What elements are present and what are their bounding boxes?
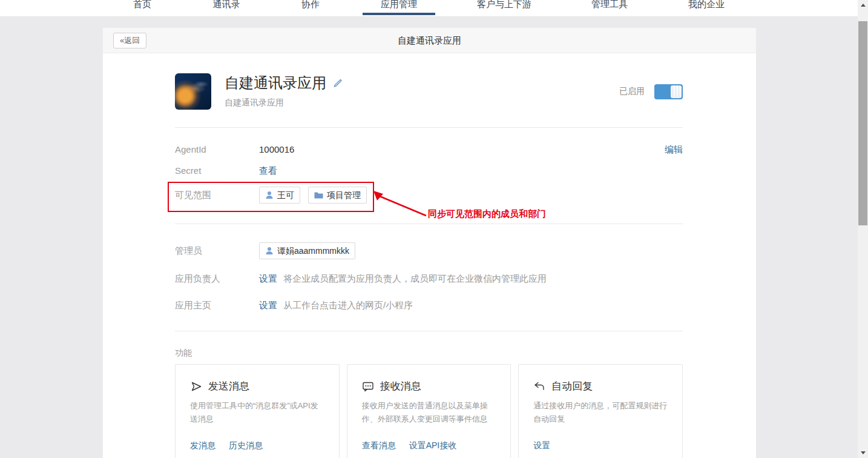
- app-enabled-toggle[interactable]: [654, 84, 683, 99]
- app-detail-panel: «返回 自建通讯录应用 自建通讯录应用 自建通讯录应用 已启用: [103, 28, 756, 458]
- agentid-value: 1000016: [259, 144, 294, 156]
- app-summary-row: 自建通讯录应用 自建通讯录应用 已启用: [175, 73, 683, 110]
- app-description: 自建通讯录应用: [225, 98, 343, 108]
- app-home-desc: 从工作台点击进入的网页/小程序: [283, 299, 413, 311]
- app-owner-row: 应用负责人 设置 将企业成员配置为应用负责人，成员即可在企业微信内管理此应用: [175, 273, 683, 285]
- app-owner-label: 应用负责人: [175, 273, 259, 285]
- feature-desc: 使用管理工具中的“消息群发”或API发送消息: [190, 399, 324, 426]
- view-messages-link[interactable]: 查看消息: [362, 440, 396, 451]
- agentid-label: AgentId: [175, 144, 259, 156]
- panel-header: «返回 自建通讯录应用: [103, 28, 756, 53]
- user-icon: [265, 191, 274, 199]
- app-owner-desc: 将企业成员配置为应用负责人，成员即可在企业微信内管理此应用: [283, 273, 547, 285]
- user-icon: [265, 247, 274, 255]
- feature-desc: 通过接收用户的消息，可配置规则进行自动回复: [533, 399, 668, 426]
- secret-view-link[interactable]: 查看: [259, 165, 277, 177]
- app-titles: 自建通讯录应用 自建通讯录应用: [225, 73, 343, 110]
- feature-desc: 接收用户发送的普通消息以及菜单操作、外部联系人变更回调等事件信息: [362, 399, 496, 426]
- nav-tab-tools[interactable]: 管理工具: [591, 0, 628, 10]
- features-section-label: 功能: [175, 348, 683, 359]
- app-owner-set-link[interactable]: 设置: [259, 273, 277, 285]
- toggle-knob: [671, 85, 682, 98]
- nav-tab-contacts[interactable]: 通讯录: [213, 0, 240, 10]
- divider: [175, 331, 683, 331]
- secret-label: Secret: [175, 165, 259, 177]
- edit-name-icon[interactable]: [332, 78, 343, 88]
- visible-department-name: 项目管理: [327, 189, 361, 201]
- top-nav: 首页 通讯录 协作 应用管理 客户与上下游 管理工具 我的企业: [0, 0, 858, 17]
- nav-tab-home[interactable]: 首页: [133, 0, 151, 10]
- app-name: 自建通讯录应用: [225, 73, 326, 93]
- feature-cards: 发送消息 使用管理工具中的“消息群发”或API发送消息 发消息 历史消息 接收消…: [175, 364, 683, 458]
- app-logo: [175, 73, 211, 110]
- visible-user-name: 王可: [277, 189, 294, 201]
- scroll-up-button[interactable]: [858, 0, 868, 10]
- scrollbar[interactable]: [858, 0, 868, 458]
- visible-scope-row: 可见范围 王可 项目管理: [175, 187, 683, 204]
- feature-title: 发送消息: [208, 379, 249, 393]
- admin-label: 管理员: [175, 245, 259, 257]
- annotation-text: 同步可见范围内的成员和部门: [428, 208, 546, 220]
- app-home-set-link[interactable]: 设置: [259, 299, 277, 311]
- scroll-down-button[interactable]: [858, 448, 868, 458]
- divider: [175, 224, 683, 224]
- nav-tab-apps[interactable]: 应用管理: [381, 0, 417, 10]
- admin-user-tag[interactable]: 谭娟aaammmmkkk: [259, 242, 355, 259]
- admin-row: 管理员 谭娟aaammmmkkk: [175, 242, 683, 259]
- nav-tab-customers[interactable]: 客户与上下游: [477, 0, 531, 10]
- message-history-link[interactable]: 历史消息: [229, 440, 263, 451]
- scrollbar-thumb[interactable]: [858, 21, 867, 225]
- visible-scope-label: 可见范围: [175, 189, 259, 201]
- autoreply-settings-link[interactable]: 设置: [533, 440, 550, 451]
- send-icon: [190, 380, 202, 393]
- nav-tab-collab[interactable]: 协作: [301, 0, 320, 10]
- reply-arrow-icon: [533, 380, 545, 393]
- folder-icon: [314, 191, 323, 199]
- nav-tab-company[interactable]: 我的企业: [688, 0, 725, 10]
- visible-department-tag[interactable]: 项目管理: [308, 187, 367, 204]
- edit-link[interactable]: 编辑: [665, 144, 683, 156]
- secret-row: Secret 查看: [175, 165, 683, 177]
- enabled-status-label: 已启用: [619, 86, 645, 97]
- feature-card-autoreply: 自动回复 通过接收用户的消息，可配置规则进行自动回复 设置: [518, 364, 683, 458]
- agentid-row: AgentId 1000016 编辑: [175, 144, 683, 156]
- divider: [175, 127, 683, 128]
- set-api-receive-link[interactable]: 设置API接收: [409, 440, 457, 451]
- feature-card-receive: 接收消息 接收用户发送的普通消息以及菜单操作、外部联系人变更回调等事件信息 查看…: [347, 364, 511, 458]
- feature-title: 接收消息: [380, 379, 421, 393]
- page-title: 自建通讯录应用: [103, 28, 756, 53]
- panel-body: 自建通讯录应用 自建通讯录应用 已启用 AgentId: [103, 73, 756, 458]
- feature-card-send: 发送消息 使用管理工具中的“消息群发”或API发送消息 发消息 历史消息: [175, 364, 340, 458]
- send-message-link[interactable]: 发消息: [190, 440, 215, 451]
- app-home-label: 应用主页: [175, 299, 259, 311]
- admin-user-name: 谭娟aaammmmkkk: [277, 245, 349, 257]
- app-home-row: 应用主页 设置 从工作台点击进入的网页/小程序: [175, 299, 683, 311]
- receive-message-icon: [362, 380, 374, 393]
- feature-title: 自动回复: [551, 379, 593, 393]
- visible-user-tag[interactable]: 王可: [259, 187, 300, 204]
